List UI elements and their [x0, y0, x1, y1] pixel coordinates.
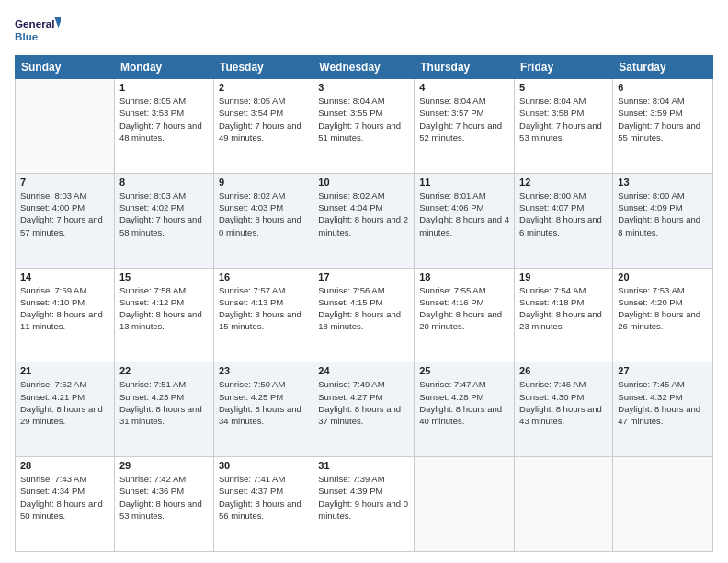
calendar-day-cell: 15 Sunrise: 7:58 AMSunset: 4:12 PMDaylig…	[114, 268, 213, 362]
calendar-day-cell: 27 Sunrise: 7:45 AMSunset: 4:32 PMDaylig…	[613, 362, 713, 457]
day-number: 17	[318, 271, 409, 282]
day-info: Sunrise: 7:43 AMSunset: 4:34 PMDaylight:…	[20, 473, 109, 522]
day-number: 14	[20, 271, 109, 282]
day-number: 10	[318, 177, 409, 188]
svg-text:Blue: Blue	[15, 30, 39, 42]
day-number: 12	[519, 177, 608, 188]
day-info: Sunrise: 8:00 AMSunset: 4:09 PMDaylight:…	[618, 190, 708, 238]
calendar-day-cell: 22 Sunrise: 7:51 AMSunset: 4:23 PMDaylig…	[114, 362, 213, 457]
day-info: Sunrise: 7:49 AMSunset: 4:27 PMDaylight:…	[318, 378, 409, 427]
calendar-day-cell: 26 Sunrise: 7:46 AMSunset: 4:30 PMDaylig…	[515, 362, 613, 457]
day-info: Sunrise: 8:04 AMSunset: 3:59 PMDaylight:…	[618, 95, 708, 144]
day-number: 21	[20, 365, 109, 376]
day-info: Sunrise: 7:51 AMSunset: 4:23 PMDaylight:…	[119, 378, 209, 427]
day-number: 13	[618, 177, 708, 188]
day-info: Sunrise: 8:02 AMSunset: 4:04 PMDaylight:…	[318, 190, 409, 238]
calendar-day-cell: 1 Sunrise: 8:05 AMSunset: 3:53 PMDayligh…	[114, 79, 213, 174]
day-number: 5	[519, 82, 608, 93]
calendar-day-cell: 23 Sunrise: 7:50 AMSunset: 4:25 PMDaylig…	[213, 362, 313, 457]
calendar-day-cell: 11 Sunrise: 8:01 AMSunset: 4:06 PMDaylig…	[415, 173, 515, 268]
day-info: Sunrise: 7:42 AMSunset: 4:36 PMDaylight:…	[119, 473, 209, 522]
day-info: Sunrise: 8:04 AMSunset: 3:57 PMDaylight:…	[419, 95, 509, 144]
day-info: Sunrise: 7:45 AMSunset: 4:32 PMDaylight:…	[618, 378, 708, 427]
day-number: 30	[219, 460, 308, 471]
day-info: Sunrise: 7:52 AMSunset: 4:21 PMDaylight:…	[20, 378, 109, 427]
day-info: Sunrise: 8:02 AMSunset: 4:03 PMDaylight:…	[219, 190, 308, 238]
day-info: Sunrise: 7:50 AMSunset: 4:25 PMDaylight:…	[219, 378, 308, 427]
day-number: 24	[318, 365, 409, 376]
day-number: 28	[20, 460, 109, 471]
calendar-day-cell: 2 Sunrise: 8:05 AMSunset: 3:54 PMDayligh…	[213, 79, 313, 174]
day-info: Sunrise: 7:56 AMSunset: 4:15 PMDaylight:…	[318, 284, 409, 333]
day-number: 2	[219, 82, 308, 93]
calendar-day-cell: 8 Sunrise: 8:03 AMSunset: 4:02 PMDayligh…	[114, 173, 213, 268]
calendar-day-cell: 4 Sunrise: 8:04 AMSunset: 3:57 PMDayligh…	[415, 79, 515, 174]
calendar-day-cell: 6 Sunrise: 8:04 AMSunset: 3:59 PMDayligh…	[613, 79, 713, 174]
calendar-day-cell: 9 Sunrise: 8:02 AMSunset: 4:03 PMDayligh…	[213, 173, 313, 268]
day-number: 9	[219, 177, 308, 188]
calendar-day-cell: 21 Sunrise: 7:52 AMSunset: 4:21 PMDaylig…	[16, 362, 115, 457]
calendar-week-row: 28 Sunrise: 7:43 AMSunset: 4:34 PMDaylig…	[16, 457, 713, 552]
calendar-week-row: 21 Sunrise: 7:52 AMSunset: 4:21 PMDaylig…	[16, 362, 713, 457]
calendar-day-cell: 25 Sunrise: 7:47 AMSunset: 4:28 PMDaylig…	[415, 362, 515, 457]
calendar-day-cell: 3 Sunrise: 8:04 AMSunset: 3:55 PMDayligh…	[313, 79, 415, 174]
svg-marker-2	[54, 17, 61, 29]
calendar-day-cell	[515, 457, 613, 552]
day-number: 11	[419, 177, 509, 188]
day-number: 6	[618, 82, 708, 93]
logo-svg: General Blue	[15, 11, 61, 48]
svg-text:General: General	[15, 17, 54, 29]
calendar-weekday-monday: Monday	[114, 56, 213, 79]
calendar-weekday-tuesday: Tuesday	[213, 56, 313, 79]
calendar-day-cell	[16, 79, 115, 174]
day-number: 27	[618, 365, 708, 376]
day-number: 18	[419, 271, 509, 282]
calendar-day-cell: 16 Sunrise: 7:57 AMSunset: 4:13 PMDaylig…	[213, 268, 313, 362]
day-info: Sunrise: 7:59 AMSunset: 4:10 PMDaylight:…	[20, 284, 109, 333]
day-number: 4	[419, 82, 509, 93]
day-info: Sunrise: 7:39 AMSunset: 4:39 PMDaylight:…	[318, 473, 409, 522]
day-info: Sunrise: 7:57 AMSunset: 4:13 PMDaylight:…	[219, 284, 308, 333]
day-info: Sunrise: 8:01 AMSunset: 4:06 PMDaylight:…	[419, 190, 509, 238]
day-info: Sunrise: 7:46 AMSunset: 4:30 PMDaylight:…	[519, 378, 608, 427]
day-info: Sunrise: 7:58 AMSunset: 4:12 PMDaylight:…	[119, 284, 209, 333]
calendar-weekday-saturday: Saturday	[613, 56, 713, 79]
day-info: Sunrise: 7:55 AMSunset: 4:16 PMDaylight:…	[419, 284, 509, 333]
calendar-weekday-friday: Friday	[515, 56, 613, 79]
day-number: 8	[119, 177, 209, 188]
day-number: 19	[519, 271, 608, 282]
page-header: General Blue	[15, 11, 713, 48]
calendar-day-cell	[415, 457, 515, 552]
calendar-day-cell: 29 Sunrise: 7:42 AMSunset: 4:36 PMDaylig…	[114, 457, 213, 552]
calendar-weekday-thursday: Thursday	[415, 56, 515, 79]
day-number: 16	[219, 271, 308, 282]
calendar-week-row: 1 Sunrise: 8:05 AMSunset: 3:53 PMDayligh…	[16, 79, 713, 174]
logo: General Blue	[15, 11, 61, 48]
day-info: Sunrise: 8:05 AMSunset: 3:53 PMDaylight:…	[119, 95, 209, 144]
calendar-table: SundayMondayTuesdayWednesdayThursdayFrid…	[15, 55, 713, 552]
day-number: 31	[318, 460, 409, 471]
calendar-day-cell: 24 Sunrise: 7:49 AMSunset: 4:27 PMDaylig…	[313, 362, 415, 457]
day-info: Sunrise: 7:53 AMSunset: 4:20 PMDaylight:…	[618, 284, 708, 333]
day-number: 20	[618, 271, 708, 282]
day-info: Sunrise: 7:41 AMSunset: 4:37 PMDaylight:…	[219, 473, 308, 522]
day-info: Sunrise: 8:05 AMSunset: 3:54 PMDaylight:…	[219, 95, 308, 144]
calendar-day-cell	[613, 457, 713, 552]
calendar-header-row: SundayMondayTuesdayWednesdayThursdayFrid…	[16, 56, 713, 79]
day-number: 26	[519, 365, 608, 376]
calendar-week-row: 14 Sunrise: 7:59 AMSunset: 4:10 PMDaylig…	[16, 268, 713, 362]
calendar-day-cell: 19 Sunrise: 7:54 AMSunset: 4:18 PMDaylig…	[515, 268, 613, 362]
day-info: Sunrise: 7:54 AMSunset: 4:18 PMDaylight:…	[519, 284, 608, 333]
calendar-day-cell: 7 Sunrise: 8:03 AMSunset: 4:00 PMDayligh…	[16, 173, 115, 268]
day-number: 15	[119, 271, 209, 282]
calendar-day-cell: 20 Sunrise: 7:53 AMSunset: 4:20 PMDaylig…	[613, 268, 713, 362]
day-info: Sunrise: 8:04 AMSunset: 3:55 PMDaylight:…	[318, 95, 409, 144]
calendar-day-cell: 13 Sunrise: 8:00 AMSunset: 4:09 PMDaylig…	[613, 173, 713, 268]
day-number: 29	[119, 460, 209, 471]
calendar-day-cell: 14 Sunrise: 7:59 AMSunset: 4:10 PMDaylig…	[16, 268, 115, 362]
day-info: Sunrise: 8:04 AMSunset: 3:58 PMDaylight:…	[519, 95, 608, 144]
day-info: Sunrise: 8:03 AMSunset: 4:02 PMDaylight:…	[119, 190, 209, 238]
calendar-day-cell: 10 Sunrise: 8:02 AMSunset: 4:04 PMDaylig…	[313, 173, 415, 268]
calendar-day-cell: 17 Sunrise: 7:56 AMSunset: 4:15 PMDaylig…	[313, 268, 415, 362]
day-info: Sunrise: 8:00 AMSunset: 4:07 PMDaylight:…	[519, 190, 608, 238]
